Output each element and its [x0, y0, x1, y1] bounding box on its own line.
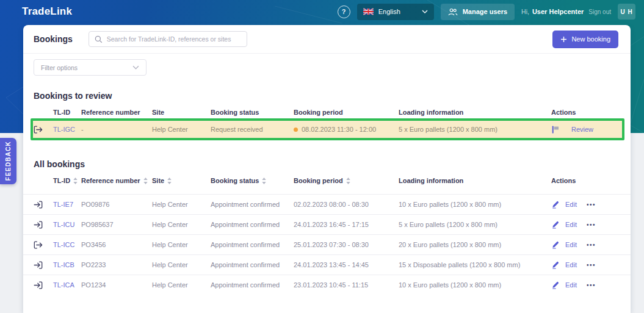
- column-header[interactable]: Reference number: [81, 177, 152, 184]
- loading-info-cell: 10 x Euro pallets (1200 x 800 mm): [399, 281, 551, 289]
- booking-status-cell: Appointment confirmed: [211, 261, 294, 268]
- site-cell: Help Center: [152, 241, 211, 248]
- review-section-title: Bookings to review: [34, 90, 631, 101]
- more-actions-button[interactable]: •••: [587, 242, 596, 248]
- pencil-icon: [551, 220, 560, 229]
- user-name: User Helpcenter: [532, 8, 584, 15]
- column-header: Actions: [551, 177, 618, 184]
- tl-id-link[interactable]: TL-IGC: [53, 126, 81, 133]
- all-bookings-section-title: All bookings: [34, 159, 631, 170]
- language-selector[interactable]: English: [357, 4, 434, 20]
- site-cell: Help Center: [152, 281, 211, 289]
- user-greeting: Hi, User Helpcenter Sign out: [521, 8, 611, 15]
- sort-icon: [73, 178, 78, 184]
- booking-period-cell: 25.01.2023 07:30 - 08:30: [294, 241, 399, 248]
- tl-id-link[interactable]: TL-ICB: [53, 261, 81, 268]
- booking-status-cell: Appointment confirmed: [211, 221, 294, 228]
- booking-period-cell: 02.02.2023 08:00 - 08:30: [294, 201, 399, 208]
- booking-period-cell: 08.02.2023 11:30 - 12:00: [294, 126, 399, 133]
- table-row[interactable]: TL-ICU PO985637 Help Center Appointment …: [23, 214, 631, 234]
- brand-logo: TradeLink: [22, 5, 72, 18]
- tl-id-link[interactable]: TL-ICA: [53, 281, 81, 289]
- more-actions-button[interactable]: •••: [587, 282, 596, 289]
- pencil-icon: [551, 200, 560, 209]
- column-header: Booking period: [294, 109, 399, 116]
- page-title: Bookings: [34, 34, 73, 44]
- manage-users-label: Manage users: [463, 8, 507, 15]
- loading-info-cell: 5 x Euro pallets (1200 x 800 mm): [399, 221, 551, 228]
- tl-id-link[interactable]: TL-IE7: [53, 201, 81, 208]
- column-header: Reference number: [81, 109, 152, 116]
- outbound-arrow-icon: [34, 126, 53, 134]
- table-row[interactable]: TL-ICC PO3456 Help Center Appointment co…: [23, 234, 631, 254]
- feedback-tab[interactable]: FEEDBACK: [0, 138, 16, 184]
- greeting-prefix: Hi,: [521, 8, 529, 15]
- table-row[interactable]: TL-ICA PO1234 Help Center Appointment co…: [23, 275, 631, 295]
- more-actions-button[interactable]: •••: [587, 221, 596, 228]
- status-dot: [294, 128, 298, 132]
- booking-period-cell: 24.01.2023 13:45 - 14:45: [294, 261, 399, 268]
- table-row[interactable]: TL-ICB PO2233 Help Center Appointment co…: [23, 254, 631, 275]
- loading-info-cell: 20 x Euro pallets (1200 x 800 mm): [399, 241, 551, 248]
- reference-cell: PO3456: [81, 241, 152, 248]
- column-header[interactable]: Booking period: [294, 177, 399, 184]
- edit-action-link[interactable]: Edit: [565, 201, 577, 208]
- review-row-highlighted[interactable]: TL-IGC - Help Center Request received 08…: [31, 118, 624, 140]
- new-booking-button[interactable]: New booking: [552, 31, 618, 48]
- search-icon: [95, 35, 103, 43]
- reference-cell: PO2233: [81, 261, 152, 268]
- sort-icon: [143, 178, 148, 184]
- column-header: Booking status: [211, 109, 294, 116]
- panel-header: Bookings New booking: [23, 25, 631, 54]
- reference-cell: PO985637: [81, 221, 152, 228]
- site-cell: Help Center: [152, 126, 211, 133]
- inbound-arrow-icon: [34, 261, 53, 269]
- reference-cell: PO09876: [81, 201, 152, 208]
- booking-period-cell: 23.01.2023 10:45 - 11:15: [294, 281, 399, 289]
- users-icon: [448, 8, 458, 16]
- search-input[interactable]: [89, 31, 247, 47]
- review-action-link[interactable]: Review: [571, 126, 593, 133]
- column-header[interactable]: Booking status: [211, 177, 294, 184]
- column-header[interactable]: Site: [152, 177, 211, 184]
- edit-action-link[interactable]: Edit: [565, 281, 577, 289]
- manage-users-button[interactable]: Manage users: [441, 4, 515, 20]
- inbound-arrow-icon: [34, 281, 53, 289]
- site-cell: Help Center: [152, 201, 211, 208]
- plus-icon: [560, 36, 567, 43]
- tl-id-link[interactable]: TL-ICC: [53, 241, 81, 248]
- column-header[interactable]: TL-ID: [53, 177, 81, 184]
- edit-action-link[interactable]: Edit: [565, 241, 577, 248]
- booking-status-cell: Appointment confirmed: [211, 201, 294, 208]
- more-actions-button[interactable]: •••: [587, 201, 596, 208]
- more-actions-button[interactable]: •••: [587, 262, 596, 268]
- filter-options-label: Filter options: [41, 64, 78, 71]
- site-cell: Help Center: [152, 221, 211, 228]
- reference-cell: PO1234: [81, 281, 152, 289]
- help-button[interactable]: ?: [338, 5, 350, 18]
- bookings-panel: Bookings New booking Filter options Book…: [23, 25, 631, 313]
- avatar[interactable]: U H: [618, 4, 635, 20]
- edit-action-link[interactable]: Edit: [565, 261, 577, 268]
- search-field[interactable]: [107, 35, 241, 43]
- chevron-down-icon: [422, 10, 428, 13]
- inbound-arrow-icon: [34, 201, 53, 209]
- chevron-down-icon: [132, 65, 139, 70]
- all-bookings-table-header: TL-IDReference numberSiteBooking statusB…: [23, 174, 631, 187]
- booking-period-cell: 24.01.2023 16:45 - 17:15: [294, 221, 399, 228]
- booking-status-cell: Appointment confirmed: [211, 241, 294, 248]
- loading-info-cell: 10 x Euro pallets (1200 x 800 mm): [399, 201, 551, 208]
- filter-options-dropdown[interactable]: Filter options: [34, 59, 147, 76]
- pencil-icon: [551, 240, 560, 249]
- review-table-header: TL-IDReference numberSiteBooking statusB…: [23, 106, 631, 118]
- question-mark-icon: ?: [342, 8, 346, 15]
- column-header: Loading information: [399, 109, 551, 116]
- pencil-icon: [551, 281, 560, 289]
- sign-out-link[interactable]: Sign out: [588, 9, 611, 15]
- pencil-icon: [551, 261, 560, 269]
- outbound-arrow-icon: [34, 241, 53, 249]
- tl-id-link[interactable]: TL-ICU: [53, 221, 81, 228]
- reference-cell: -: [81, 126, 152, 133]
- table-row[interactable]: TL-IE7 PO09876 Help Center Appointment c…: [23, 194, 631, 214]
- edit-action-link[interactable]: Edit: [565, 221, 577, 228]
